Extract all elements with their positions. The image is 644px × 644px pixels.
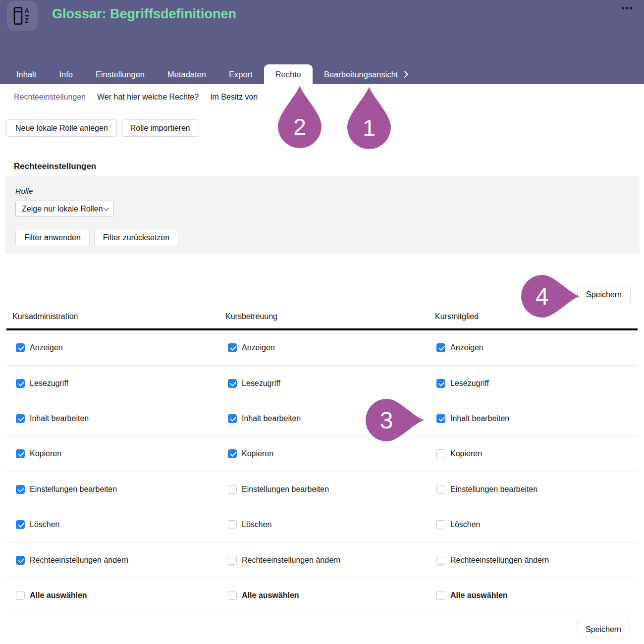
- checkbox-anzeigen-mitglied[interactable]: [436, 343, 445, 352]
- checkbox-alle-mitglied[interactable]: [436, 591, 445, 600]
- tab-bearbeitungsansicht-label: Bearbeitungsansicht: [324, 70, 398, 79]
- permission-cell: Lesezugriff: [228, 379, 436, 388]
- checkbox-label: Rechteeinstellungen ändern: [242, 556, 340, 565]
- checkbox-label: Kopieren: [242, 449, 273, 458]
- checkbox-inhalt-mitglied[interactable]: [436, 414, 445, 423]
- table-row-rechteeinstellungen-aendern: Rechteeinstellungen ändern Rechteeinstel…: [6, 542, 638, 578]
- tab-einstellungen[interactable]: Einstellungen: [84, 64, 156, 84]
- permission-cell: Alle auswählen: [436, 591, 638, 600]
- tab-inhalt[interactable]: Inhalt: [5, 64, 48, 84]
- permission-cell: Rechteeinstellungen ändern: [228, 556, 436, 565]
- checkbox-label: Anzeigen: [30, 343, 63, 352]
- tab-info[interactable]: Info: [48, 64, 84, 84]
- table-row-loeschen: Löschen Löschen Löschen: [6, 507, 638, 542]
- checkbox-label: Inhalt bearbeiten: [242, 414, 301, 423]
- permission-cell: Kopieren: [228, 449, 436, 458]
- checkbox-label: Einstellungen bearbeiten: [450, 485, 537, 494]
- permission-cell: Alle auswählen: [16, 591, 228, 600]
- reset-filter-button[interactable]: Filter zurücksetzen: [94, 229, 178, 246]
- apply-filter-button[interactable]: Filter anwenden: [15, 229, 90, 246]
- save-button-top[interactable]: Speichern: [577, 286, 631, 303]
- checkbox-lesezugriff-betreuung[interactable]: [228, 379, 237, 388]
- checkbox-rechte-admin[interactable]: [16, 556, 25, 565]
- checkbox-kopieren-betreuung[interactable]: [228, 449, 237, 458]
- checkbox-einstellungen-betreuung[interactable]: [228, 485, 237, 494]
- checkbox-label: Lesezugriff: [450, 379, 489, 388]
- tab-metadaten[interactable]: Metadaten: [156, 64, 217, 84]
- permission-cell: Inhalt bearbeiten: [228, 414, 436, 423]
- checkbox-inhalt-admin[interactable]: [16, 414, 25, 423]
- table-row-anzeigen: Anzeigen Anzeigen Anzeigen: [6, 330, 638, 366]
- annotation-marker-1: 1: [347, 86, 391, 149]
- column-header-kursmitglied: Kursmitglied: [435, 312, 638, 321]
- glossary-icon: A Z: [7, 1, 38, 31]
- permission-cell: Einstellungen bearbeiten: [16, 485, 228, 494]
- permission-cell: Löschen: [436, 520, 638, 529]
- checkbox-rechte-betreuung[interactable]: [228, 556, 237, 565]
- checkbox-loeschen-mitglied[interactable]: [436, 520, 445, 529]
- checkbox-label: Löschen: [450, 520, 481, 529]
- tab-rechte[interactable]: Rechte: [264, 64, 313, 84]
- checkbox-label: Löschen: [30, 520, 60, 529]
- table-row-alle-auswaehlen: Alle auswählen Alle auswählen Alle auswä…: [6, 578, 638, 613]
- checkbox-loeschen-betreuung[interactable]: [228, 520, 237, 529]
- new-local-role-button[interactable]: Neue lokale Rolle anlegen: [6, 119, 117, 137]
- chevron-down-icon: [103, 205, 109, 211]
- permission-cell: Kopieren: [16, 449, 228, 458]
- role-select[interactable]: Zeige nur lokale Rollen: [15, 201, 114, 217]
- svg-text:1: 1: [363, 115, 376, 141]
- tab-export[interactable]: Export: [217, 64, 264, 84]
- checkbox-inhalt-betreuung[interactable]: [228, 414, 237, 423]
- checkbox-anzeigen-betreuung[interactable]: [228, 343, 237, 352]
- permission-cell: Lesezugriff: [436, 379, 638, 388]
- overflow-menu-icon[interactable]: [622, 7, 632, 9]
- checkbox-anzeigen-admin[interactable]: [16, 343, 25, 352]
- checkbox-lesezugriff-admin[interactable]: [16, 379, 25, 388]
- checkbox-label: Inhalt bearbeiten: [30, 414, 89, 423]
- checkbox-label: Kopieren: [450, 449, 482, 458]
- permission-cell: Rechteeinstellungen ändern: [436, 556, 638, 565]
- page-title: Glossar: Begriffsdefinitionen: [52, 6, 236, 22]
- checkbox-rechte-mitglied[interactable]: [436, 556, 445, 565]
- checkbox-loeschen-admin[interactable]: [16, 520, 25, 529]
- checkbox-kopieren-admin[interactable]: [16, 449, 25, 458]
- permission-cell: Kopieren: [436, 449, 638, 458]
- permission-cell: Löschen: [228, 520, 436, 529]
- svg-text:A: A: [25, 7, 29, 14]
- permission-cell: Anzeigen: [228, 343, 436, 352]
- checkbox-label: Anzeigen: [450, 343, 483, 352]
- checkbox-alle-betreuung[interactable]: [228, 591, 237, 600]
- checkbox-label: Einstellungen bearbeiten: [242, 485, 329, 494]
- checkbox-alle-admin[interactable]: [16, 591, 25, 600]
- checkbox-kopieren-mitglied[interactable]: [436, 449, 445, 458]
- subtab-wer-hat-rechte[interactable]: Wer hat hier welche Rechte?: [97, 93, 199, 102]
- checkbox-label: Alle auswählen: [30, 591, 87, 600]
- svg-text:4: 4: [536, 283, 549, 310]
- subtab-rechteeinstellungen[interactable]: Rechteeinstellungen: [14, 93, 86, 102]
- save-button-bottom[interactable]: Speichern: [577, 621, 630, 638]
- permission-cell: Rechteeinstellungen ändern: [16, 556, 228, 565]
- role-label: Rolle: [15, 187, 33, 196]
- checkbox-label: Rechteeinstellungen ändern: [450, 556, 549, 565]
- subtab-im-besitz-von[interactable]: Im Besitz von: [210, 93, 258, 102]
- table-row-lesezugriff: Lesezugriff Lesezugriff Lesezugriff: [6, 366, 638, 401]
- checkbox-label: Alle auswählen: [242, 591, 299, 600]
- column-header-kursbetreuung: Kursbetreuung: [225, 312, 435, 321]
- role-actions: Neue lokale Rolle anlegen Rolle importie…: [6, 119, 199, 137]
- tabbar: Inhalt Info Einstellungen Metadaten Expo…: [0, 64, 644, 84]
- checkbox-lesezugriff-mitglied[interactable]: [436, 379, 445, 388]
- tab-bearbeitungsansicht[interactable]: Bearbeitungsansicht: [313, 64, 419, 84]
- annotation-marker-4: 4: [521, 275, 581, 318]
- subtabs: Rechteeinstellungen Wer hat hier welche …: [14, 93, 258, 102]
- import-role-button[interactable]: Rolle importieren: [121, 119, 199, 137]
- role-select-value: Zeige nur lokale Rollen: [22, 205, 104, 214]
- section-title: Rechteeinstellungen: [14, 161, 96, 171]
- checkbox-einstellungen-mitglied[interactable]: [436, 485, 445, 494]
- filter-buttons: Filter anwenden Filter zurücksetzen: [15, 229, 178, 246]
- permission-cell: Inhalt bearbeiten: [16, 414, 228, 423]
- checkbox-label: Kopieren: [30, 449, 61, 458]
- table-row-einstellungen-bearbeiten: Einstellungen bearbeiten Einstellungen b…: [6, 472, 638, 507]
- filter-panel: Rolle Zeige nur lokale Rollen Filter anw…: [5, 176, 640, 254]
- checkbox-einstellungen-admin[interactable]: [16, 485, 25, 494]
- checkbox-label: Löschen: [242, 520, 272, 529]
